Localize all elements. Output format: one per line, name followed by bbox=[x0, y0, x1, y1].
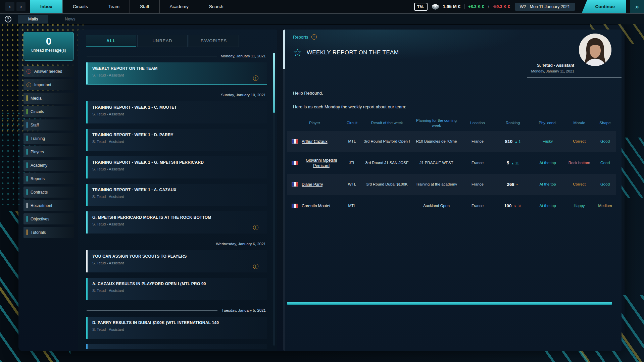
table-row: Arthur Cazaux MTL 3rd Round Playford Ope… bbox=[287, 131, 616, 152]
nav-tab-academy[interactable]: Academy bbox=[159, 0, 199, 13]
main-nav-tabs: Inbox Circuits Team Staff Academy Search bbox=[30, 0, 234, 13]
filter-label: Media bbox=[31, 96, 42, 101]
nav-tab-circuits[interactable]: Circuits bbox=[62, 0, 98, 13]
horizontal-scrollbar[interactable] bbox=[287, 302, 612, 305]
weekly-income: +8.3 K € bbox=[468, 4, 484, 9]
filter-players[interactable]: Players bbox=[23, 146, 74, 157]
mail-item[interactable]: A. CAZAUX RESULTS IN PLAYFORD OPEN I (MT… bbox=[86, 278, 267, 300]
column-header: Morale bbox=[564, 120, 594, 125]
player-link[interactable]: Diane Parry bbox=[302, 182, 323, 187]
report-category-label: Reports bbox=[293, 35, 308, 40]
sender-avatar bbox=[579, 34, 611, 66]
result-cell: 3rd Round Playford Open I bbox=[362, 137, 412, 146]
filter-contracts[interactable]: Contracts bbox=[23, 187, 74, 198]
filter-objectives[interactable]: Objectives bbox=[23, 213, 74, 224]
mail-list-scrollbar[interactable] bbox=[273, 53, 275, 346]
important-alert-icon bbox=[253, 75, 258, 81]
column-header: Planning for the coming week bbox=[412, 118, 461, 128]
mail-sender: S. Tetud - Assistant bbox=[92, 112, 252, 116]
mail-item[interactable]: TRAINING REPORT - WEEK 1 - G. MPETSHI PE… bbox=[86, 156, 267, 178]
france-flag-icon bbox=[292, 161, 298, 165]
mail-item[interactable]: D. PARRY RESULTS IN DUBAI $100K (WTL INT… bbox=[86, 317, 267, 339]
fast-forward-icon[interactable] bbox=[630, 0, 644, 13]
column-header: Player bbox=[287, 120, 342, 125]
mail-item[interactable]: TRAINING REPORT - WEEK 1 - C. MOUTET S. … bbox=[86, 101, 267, 123]
player-link[interactable]: Arthur Cazaux bbox=[302, 139, 328, 144]
report-sender-block: S. Tetud - Assistant Monday, January 11,… bbox=[531, 63, 574, 73]
filter-recruitment[interactable]: Recruitment bbox=[23, 200, 74, 211]
filter-circuits[interactable]: Circuits bbox=[23, 106, 74, 117]
filter-label: Answer needed bbox=[34, 69, 62, 74]
report-intro: Here is as each Monday the weekly report… bbox=[293, 104, 616, 109]
nav-tab-team[interactable]: Team bbox=[98, 0, 130, 13]
player-link[interactable]: Corentin Moutet bbox=[302, 203, 330, 209]
result-cell: 3rd Round Dubai $100K bbox=[362, 180, 412, 189]
mail-category-list: Answer needed Important Media Circuits S… bbox=[23, 66, 74, 240]
mail-item[interactable]: TRAINING REPORT - WEEK 1 - D. PARRY S. T… bbox=[86, 129, 267, 151]
mail-filter-sidebar: 0 unread message(s) Answer needed Import… bbox=[23, 32, 74, 240]
back-arrow-icon[interactable] bbox=[5, 2, 14, 11]
mail-item[interactable]: TRAINING REPORT - WEEK 1 - A. CAZAUX S. … bbox=[86, 184, 267, 206]
mail-sender: S. Tetud - Assistant bbox=[92, 261, 252, 265]
mail-item[interactable]: WEEKLY REPORT ON THE TEAM S. Tetud - Ass… bbox=[86, 62, 267, 85]
filter-label: Tutorials bbox=[31, 230, 46, 235]
player-link[interactable]: Giovanni Mpetshi Perricard bbox=[302, 158, 341, 168]
planning-cell: Auckland Open bbox=[412, 201, 461, 211]
filter-academy[interactable]: Academy bbox=[23, 160, 74, 171]
mail-tab-favorites[interactable]: FAVORITES bbox=[189, 35, 239, 47]
ranking-cell: 10031 bbox=[494, 201, 531, 211]
mail-sender: S. Tetud - Assistant bbox=[92, 167, 252, 171]
date-separator: Wednesday, January 6, 2021 bbox=[87, 240, 266, 248]
filter-reports[interactable]: Reports bbox=[23, 173, 74, 184]
ranking-value: 268 bbox=[507, 182, 514, 187]
mail-tab-unread[interactable]: UNREAD bbox=[137, 35, 188, 47]
filter-label: Staff bbox=[31, 123, 39, 127]
favorite-star-icon[interactable] bbox=[293, 48, 302, 58]
category-color-bar bbox=[27, 162, 28, 168]
filter-tutorials[interactable]: Tutorials bbox=[23, 227, 74, 238]
circuit-cell: JTL bbox=[342, 158, 362, 168]
help-icon[interactable] bbox=[5, 16, 11, 22]
column-header: Ranking bbox=[494, 120, 531, 125]
separator-line bbox=[87, 310, 217, 311]
nav-tab-search[interactable]: Search bbox=[199, 0, 234, 13]
mail-sender: S. Tetud - Assistant bbox=[92, 327, 252, 331]
mail-title: TRAINING REPORT - WEEK 1 - C. MOUTET bbox=[92, 105, 252, 110]
mail-item-clipped[interactable] bbox=[86, 344, 267, 349]
morale-cell: Correct bbox=[564, 180, 594, 189]
money-icon bbox=[431, 3, 439, 10]
report-body: Hello Rebound, Here is as each Monday th… bbox=[283, 80, 622, 351]
category-color-bar bbox=[27, 229, 28, 235]
ranking-value: 100 bbox=[504, 203, 512, 208]
game-logo: TM. bbox=[414, 3, 428, 11]
tab-mails[interactable]: Mails bbox=[18, 15, 48, 23]
mail-item[interactable]: G. MPETSHI PERRICARD MORAL IS AT THE ROC… bbox=[86, 211, 267, 234]
location-cell: France bbox=[461, 201, 494, 211]
shape-cell: Medium bbox=[594, 201, 616, 211]
france-flag-icon bbox=[292, 182, 298, 187]
filter-important[interactable]: Important bbox=[23, 79, 74, 90]
france-flag-icon bbox=[292, 204, 298, 208]
circuit-cell: MTL bbox=[342, 137, 362, 146]
report-category-row: Reports bbox=[293, 34, 613, 40]
separator-line bbox=[87, 95, 217, 95]
tab-news[interactable]: News bbox=[55, 15, 85, 23]
filter-media[interactable]: Media bbox=[23, 93, 74, 104]
nav-tab-inbox[interactable]: Inbox bbox=[30, 0, 62, 13]
weekly-expense: -59.3 K € bbox=[493, 4, 510, 9]
morale-cell: Happy bbox=[564, 201, 594, 211]
scrollbar-thumb[interactable] bbox=[273, 53, 275, 113]
mail-tab-all[interactable]: ALL bbox=[86, 35, 136, 47]
separator bbox=[488, 4, 489, 10]
filter-staff[interactable]: Staff bbox=[23, 119, 74, 131]
unread-count: 0 bbox=[24, 36, 73, 47]
mail-item[interactable]: YOU CAN ASSIGN YOUR SCOUTS TO PLAYERS S.… bbox=[86, 250, 267, 272]
nav-tab-staff[interactable]: Staff bbox=[130, 0, 159, 13]
group-date: Monday, January 11, 2021 bbox=[221, 54, 266, 58]
continue-button[interactable]: Continue bbox=[582, 0, 627, 13]
important-alert-icon bbox=[253, 264, 258, 269]
filter-answer-needed[interactable]: Answer needed bbox=[23, 66, 74, 77]
filter-training[interactable]: Training bbox=[23, 133, 74, 144]
filter-label: Circuits bbox=[31, 109, 44, 114]
forward-arrow-icon[interactable] bbox=[16, 2, 26, 11]
